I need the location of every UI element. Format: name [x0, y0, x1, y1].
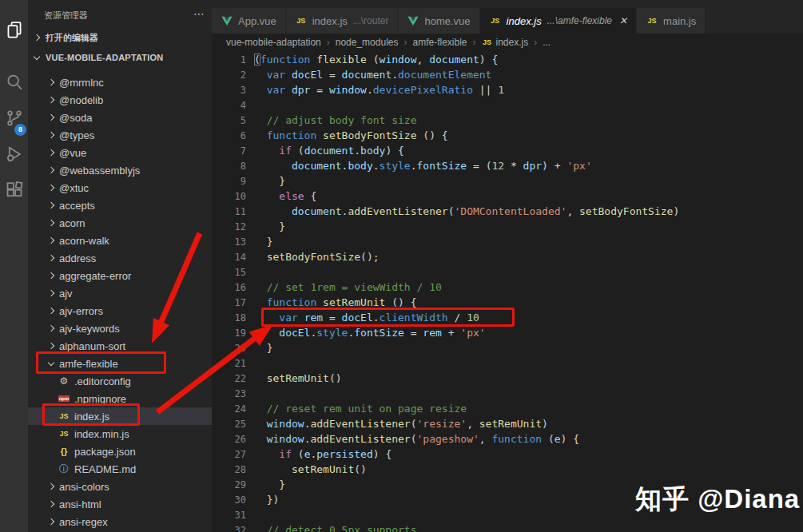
code-line-21[interactable]: 21	[212, 355, 803, 371]
code-line-5[interactable]: 5 // adjust body font size	[212, 113, 803, 128]
code-line-15[interactable]: 15	[212, 264, 803, 280]
code-line-6[interactable]: 6 function setBodyFontSize () {	[212, 128, 803, 143]
tree-item-@types[interactable]: @types	[28, 126, 212, 144]
code-line-14[interactable]: 14 setBodyFontSize();	[212, 249, 803, 264]
breadcrumb-item-nodemodules[interactable]: node_modules	[336, 37, 399, 48]
code-line-8[interactable]: 8 document.body.style.fontSize = (12 * d…	[212, 158, 803, 173]
tree-item-index.js[interactable]: JSindex.js	[28, 407, 212, 425]
tree-item-@xtuc[interactable]: @xtuc	[28, 179, 212, 197]
code-line-11[interactable]: 11 document.addEventListener('DOMContent…	[212, 204, 803, 219]
tree-item-ajv[interactable]: ajv	[28, 284, 212, 302]
tree-item-ansi-regex[interactable]: ansi-regex	[28, 513, 212, 530]
code-line-10[interactable]: 10 else {	[212, 189, 803, 204]
workspace-section[interactable]: VUE-MOBILE-ADAPTATION	[28, 47, 212, 68]
code-line-4[interactable]: 4	[212, 97, 803, 113]
run-debug-icon[interactable]	[0, 138, 28, 170]
code-token	[254, 448, 279, 460]
code-line-23[interactable]: 23	[212, 386, 803, 401]
code-token: .	[392, 69, 398, 81]
tree-item-@mrmlnc[interactable]: @mrmlnc	[28, 73, 212, 91]
code-token: flexible	[316, 54, 367, 66]
code-text: setBodyFontSize();	[254, 251, 380, 263]
code-token	[285, 69, 292, 81]
breadcrumb-item-amfe-flexible[interactable]: amfe-flexible	[412, 37, 467, 48]
code-line-24[interactable]: 24 // reset rem unit on page resize	[212, 401, 803, 416]
code-line-25[interactable]: 25 window.addEventListener('resize', set…	[212, 416, 803, 431]
tree-item-ansi-html[interactable]: ansi-html	[28, 495, 212, 513]
extensions-icon[interactable]	[0, 174, 28, 206]
code-line-17[interactable]: 17 function setRemUnit () {	[212, 295, 803, 310]
tree-item-acorn[interactable]: acorn	[28, 214, 212, 232]
code-line-32[interactable]: 32 // detect 0.5px supports	[212, 522, 803, 532]
tree-item-ajv-errors[interactable]: ajv-errors	[28, 302, 212, 320]
tree-item-@webassemblyjs[interactable]: @webassemblyjs	[28, 161, 212, 179]
code-line-19[interactable]: 19 docEl.style.fontSize = rem + 'px'	[212, 325, 803, 340]
code-line-18[interactable]: 18 var rem = docEl.clientWidth / 10	[212, 310, 803, 325]
code-line-9[interactable]: 9 }	[212, 173, 803, 189]
chevron-right-icon	[48, 97, 54, 103]
code-token: // detect 0.5px supports	[254, 524, 417, 532]
open-editors-section[interactable]: 打开的编辑器	[28, 28, 212, 47]
tree-item-index.min.js[interactable]: JSindex.min.js	[28, 425, 212, 443]
code-line-7[interactable]: 7 if (document.body) {	[212, 143, 803, 158]
tree-item-aggregate-error[interactable]: aggregate-error	[28, 267, 212, 284]
code-token: })	[254, 494, 279, 506]
tree-item-alphanum-sort[interactable]: alphanum-sort	[28, 337, 212, 355]
code-text: }	[254, 478, 285, 490]
tree-item-.npmignore[interactable]: npm.npmignore	[28, 390, 212, 407]
code-token: window	[267, 433, 304, 445]
code-token: setBodyFontSize	[579, 205, 673, 217]
more-actions-icon[interactable]: ⋯	[193, 10, 205, 28]
tab-main.js[interactable]: JSmain.js	[637, 8, 705, 34]
breadcrumb-item-index.js[interactable]: JSindex.js	[482, 37, 529, 48]
tree-item-ajv-keywords[interactable]: ajv-keywords	[28, 320, 212, 337]
breadcrumb-item-...[interactable]: ...	[543, 37, 551, 48]
line-number: 9	[212, 176, 246, 187]
js-icon: JS	[296, 17, 305, 25]
tree-item-@vue[interactable]: @vue	[28, 144, 212, 161]
tab-description: ...\router	[353, 15, 389, 26]
code-line-12[interactable]: 12 }	[212, 219, 803, 234]
line-number: 12	[212, 221, 246, 232]
chevron-right-icon	[48, 149, 54, 156]
source-control-icon[interactable]: 8	[0, 102, 28, 134]
code-token: 1	[498, 84, 504, 96]
tab-index.js[interactable]: JSindex.js...\router	[286, 8, 398, 34]
tree-item-acorn-walk[interactable]: acorn-walk	[28, 232, 212, 249]
tab-home.vue[interactable]: home.vue	[398, 8, 479, 34]
search-icon[interactable]	[0, 66, 28, 98]
code-line-16[interactable]: 16 // set 1rem = viewWidth / 10	[212, 280, 803, 295]
line-number: 31	[212, 510, 246, 521]
code-line-26[interactable]: 26 window.addEventListener('pageshow', f…	[212, 431, 803, 447]
tree-item-amfe-flexible[interactable]: amfe-flexible	[28, 355, 212, 372]
code-line-27[interactable]: 27 if (e.persisted) {	[212, 447, 803, 462]
tree-item-address[interactable]: address	[28, 249, 212, 267]
tab-App.vue[interactable]: App.vue	[212, 8, 285, 34]
breadcrumb-item-vue-mobile-adaptation[interactable]: vue-mobile-adaptation	[226, 37, 321, 48]
code-line-2[interactable]: 2 var docEl = document.documentElement	[212, 67, 803, 82]
tree-item-ansi-colors[interactable]: ansi-colors	[28, 478, 212, 495]
tree-item-@soda[interactable]: @soda	[28, 109, 212, 126]
code-line-3[interactable]: 3 var dpr = window.devicePixelRatio || 1	[212, 82, 803, 97]
code-line-22[interactable]: 22 setRemUnit()	[212, 371, 803, 386]
explorer-icon[interactable]	[0, 14, 28, 46]
tree-item-.editorconfig[interactable]: ⚙.editorconfig	[28, 372, 212, 390]
code-editor[interactable]: 1(function flexible (window, document) {…	[212, 52, 803, 532]
code-line-13[interactable]: 13 }	[212, 234, 803, 249]
code-token: e	[555, 433, 561, 445]
explorer-sidebar: 资源管理器 ⋯ 打开的编辑器 VUE-MOBILE-ADAPTATION @mr…	[28, 0, 212, 532]
code-token: }	[254, 342, 272, 354]
tree-item-package.json[interactable]: {}package.json	[28, 443, 212, 460]
code-token: }	[254, 175, 285, 187]
code-line-28[interactable]: 28 setRemUnit()	[212, 462, 803, 477]
close-icon[interactable]: ✕	[619, 15, 627, 26]
code-line-1[interactable]: 1(function flexible (window, document) {	[212, 52, 803, 67]
tree-item-README.md[interactable]: ⓘREADME.md	[28, 460, 212, 478]
code-line-20[interactable]: 20 }	[212, 340, 803, 355]
tree-item-@nodelib[interactable]: @nodelib	[28, 91, 212, 109]
code-token	[254, 296, 267, 308]
tree-item-label: ajv-errors	[59, 305, 103, 317]
tree-item-accepts[interactable]: accepts	[28, 197, 212, 214]
tab-index.js[interactable]: JSindex.js...\amfe-flexible✕	[480, 8, 637, 34]
tab-label: home.vue	[424, 15, 470, 27]
